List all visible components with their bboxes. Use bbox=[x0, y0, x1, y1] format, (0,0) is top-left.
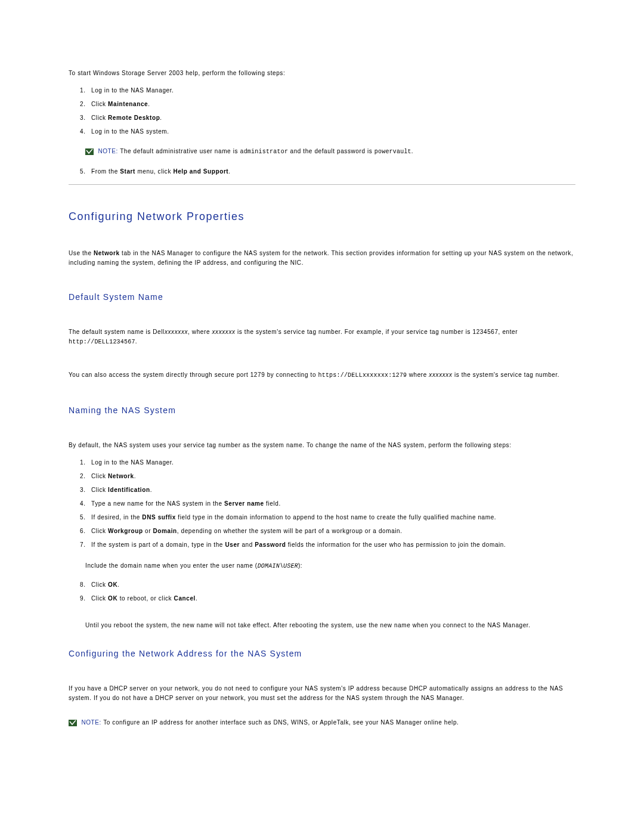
text-run: Include the domain name when you enter t… bbox=[85, 562, 258, 569]
text-run: , where bbox=[188, 329, 212, 335]
step-mid: and bbox=[240, 541, 255, 548]
step-text-prefix: From the bbox=[91, 168, 120, 175]
note-text: and the default password is bbox=[288, 148, 374, 154]
step-text-suffix: . bbox=[160, 114, 162, 121]
text-run: Use the bbox=[69, 250, 94, 256]
step-text-prefix: Click bbox=[91, 114, 108, 121]
step-suffix: . bbox=[150, 487, 152, 493]
list-item: Click Remote Desktop. bbox=[88, 113, 575, 122]
text-run: tab in the NAS Manager to configure the … bbox=[69, 250, 573, 266]
list-item: Log in to the NAS Manager. bbox=[88, 458, 575, 467]
step-bold: Network bbox=[108, 473, 134, 479]
step-mid: to reboot, or click bbox=[117, 595, 174, 602]
step-suffix: . bbox=[117, 581, 119, 588]
text-run: The default system name is Dell bbox=[69, 329, 165, 335]
step-prefix: If the system is part of a domain, type … bbox=[91, 541, 225, 548]
step-prefix: If desired, in the bbox=[91, 514, 142, 521]
list-item: Type a new name for the NAS system in th… bbox=[88, 499, 575, 508]
code-run: http://DELL1234567 bbox=[69, 339, 135, 345]
step-bold: Cancel bbox=[174, 595, 196, 602]
step-prefix: Click bbox=[91, 581, 108, 588]
code-run: DOMAIN\USER bbox=[258, 563, 298, 569]
note-label: NOTE: bbox=[81, 719, 101, 726]
step-text-prefix: Click bbox=[91, 101, 108, 107]
step-bold: Identification bbox=[108, 487, 150, 493]
heading-configuring-address: Configuring the Network Address for the … bbox=[69, 648, 575, 660]
list-item: If the system is part of a domain, type … bbox=[88, 540, 575, 549]
step-bold: Maintenance bbox=[108, 101, 148, 107]
step-bold: OK bbox=[108, 581, 117, 588]
step-prefix: Click bbox=[91, 595, 108, 602]
list-item: Log in to the NAS system. bbox=[88, 127, 575, 136]
step-suffix: . bbox=[196, 595, 197, 602]
italic-run: xxxxxxx bbox=[429, 371, 452, 378]
heading-configuring-network-properties: Configuring Network Properties bbox=[69, 209, 575, 225]
list-item: From the Start menu, click Help and Supp… bbox=[88, 167, 575, 176]
code-run: https://DELLxxxxxxx:1279 bbox=[318, 372, 407, 379]
naming-domain-sub: Include the domain name when you enter t… bbox=[85, 561, 575, 571]
step-bold: User bbox=[225, 541, 240, 548]
note-code: administrator bbox=[240, 148, 288, 155]
text-run: is the system's service tag number. bbox=[453, 371, 560, 378]
text-run: where bbox=[407, 371, 429, 378]
list-item: Click Identification. bbox=[88, 485, 575, 494]
naming-steps-8-9: Click OK. Click OK to reboot, or click C… bbox=[69, 580, 575, 603]
italic-run: xxxxxxx bbox=[212, 329, 235, 335]
step-bold: Help and Support bbox=[173, 168, 228, 175]
address-intro-paragraph: If you have a DHCP server on your networ… bbox=[69, 684, 575, 702]
step-bold: OK bbox=[108, 595, 117, 602]
step-prefix: Type a new name for the NAS system in th… bbox=[91, 500, 224, 507]
list-item: Log in to the NAS Manager. bbox=[88, 86, 575, 95]
note-block: NOTE: The default administrative user na… bbox=[85, 147, 575, 156]
naming-steps-1-7: Log in to the NAS Manager. Click Network… bbox=[69, 458, 575, 549]
note-icon bbox=[69, 720, 77, 726]
step-bold: Workgroup bbox=[108, 528, 143, 534]
text-run: ): bbox=[298, 562, 302, 569]
intro-text: To start Windows Storage Server 2003 hel… bbox=[69, 69, 575, 78]
step-text-suffix: . bbox=[228, 168, 230, 175]
text-run: You can also access the system directly … bbox=[69, 371, 318, 378]
step-bold: Domain bbox=[153, 528, 177, 534]
naming-reboot-note: Until you reboot the system, the new nam… bbox=[85, 621, 575, 630]
step-suffix: fields the information for the user who … bbox=[286, 541, 506, 548]
list-item: Click Network. bbox=[88, 472, 575, 481]
list-item: Click Workgroup or Domain, depending on … bbox=[88, 527, 575, 535]
step-bold: Start bbox=[120, 168, 135, 175]
step-prefix: Click bbox=[91, 473, 108, 479]
step-bold: Server name bbox=[224, 500, 264, 507]
naming-intro-paragraph: By default, the NAS system uses your ser… bbox=[69, 441, 575, 450]
text-run: . bbox=[135, 338, 137, 345]
list-item: If desired, in the DNS suffix field type… bbox=[88, 513, 575, 522]
steps-top-5: From the Start menu, click Help and Supp… bbox=[69, 167, 575, 176]
note-text: . bbox=[411, 148, 413, 154]
note-icon bbox=[85, 148, 94, 155]
config-intro-paragraph: Use the Network tab in the NAS Manager t… bbox=[69, 249, 575, 267]
italic-run: xxxxxxx bbox=[165, 329, 188, 335]
step-mid: or bbox=[143, 528, 153, 534]
default-name-paragraph-1: The default system name is Dellxxxxxxx, … bbox=[69, 327, 575, 346]
text-run: is the system's service tag number. For … bbox=[236, 329, 518, 335]
step-prefix: Click bbox=[91, 528, 108, 534]
heading-default-system-name: Default System Name bbox=[69, 291, 575, 304]
step-prefix: Click bbox=[91, 487, 108, 493]
note-label: NOTE: bbox=[98, 148, 118, 154]
list-item: Click OK. bbox=[88, 580, 575, 589]
step-suffix: field. bbox=[264, 500, 281, 507]
step-text-mid: menu, click bbox=[135, 168, 173, 175]
default-name-paragraph-2: You can also access the system directly … bbox=[69, 370, 575, 380]
step-suffix: . bbox=[134, 473, 136, 479]
step-suffix: field type in the domain information to … bbox=[176, 514, 496, 521]
note-text: To configure an IP address for another i… bbox=[101, 719, 459, 726]
step-bold: Password bbox=[255, 541, 286, 548]
note-block: NOTE: To configure an IP address for ano… bbox=[69, 718, 575, 727]
bold-run: Network bbox=[94, 250, 120, 256]
heading-naming-nas: Naming the NAS System bbox=[69, 404, 575, 417]
list-item: Click OK to reboot, or click Cancel. bbox=[88, 594, 575, 603]
note-code: powervault bbox=[374, 148, 411, 155]
step-bold: Remote Desktop bbox=[108, 114, 160, 121]
note-text: The default administrative user name is bbox=[118, 148, 240, 154]
step-suffix: , depending on whether the system will b… bbox=[177, 528, 402, 534]
step-bold: DNS suffix bbox=[142, 514, 176, 521]
steps-top-1-4: Log in to the NAS Manager. Click Mainten… bbox=[69, 86, 575, 136]
divider bbox=[69, 184, 575, 185]
